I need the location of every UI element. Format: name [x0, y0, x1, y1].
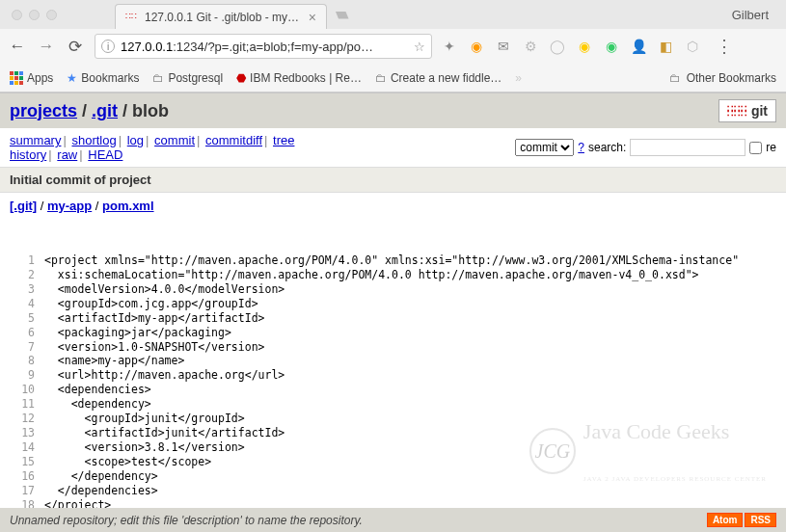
maximize-window[interactable]: [46, 10, 57, 20]
nav-head[interactable]: HEAD: [88, 147, 122, 162]
bookmark-bookmarks[interactable]: ★ Bookmarks: [67, 71, 139, 85]
path-root[interactable]: [.git]: [10, 199, 37, 213]
line-number[interactable]: 15: [19, 455, 44, 469]
search-help-link[interactable]: ?: [578, 141, 584, 154]
nav-shortlog[interactable]: shortlog: [71, 133, 116, 147]
line-content: <version>3.8.1</version>: [44, 440, 776, 455]
line-content: <groupId>com.jcg.app</groupId>: [44, 297, 776, 311]
code-line: 3 <modelVersion>4.0.0</modelVersion>: [19, 282, 776, 297]
path-dir[interactable]: my-app: [47, 199, 92, 213]
nav-commitdiff[interactable]: commitdiff: [205, 133, 262, 147]
search-re-checkbox[interactable]: [749, 142, 762, 154]
other-bookmarks[interactable]: 🗀 Other Bookmarks: [669, 71, 776, 85]
ext-icon-gear[interactable]: ⚙: [523, 39, 538, 54]
code-line: 4 <groupId>com.jcg.app</groupId>: [19, 297, 776, 311]
line-content: <modelVersion>4.0.0</modelVersion>: [44, 282, 776, 297]
rss-feed-button[interactable]: RSS: [745, 513, 776, 527]
bookmarks-bar: Apps ★ Bookmarks 🗀 Postgresql ⬣ IBM Redb…: [0, 64, 786, 93]
search-input[interactable]: [630, 139, 745, 156]
line-number[interactable]: 4: [19, 297, 44, 311]
apps-button[interactable]: Apps: [10, 71, 53, 85]
line-number[interactable]: 11: [19, 397, 44, 412]
line-number[interactable]: 17: [19, 484, 44, 498]
line-number[interactable]: 7: [19, 340, 44, 355]
path-file[interactable]: pom.xml: [102, 199, 153, 213]
url-text: 127.0.0.1:1234/?p=.git;a=blob;f=my-app/p…: [121, 40, 408, 54]
ext-icon-circle[interactable]: ◯: [550, 39, 565, 54]
line-number[interactable]: 1: [19, 253, 44, 268]
address-bar[interactable]: i 127.0.0.1:1234/?p=.git;a=blob;f=my-app…: [95, 34, 432, 59]
git-logo-dots: ∷∷∷∷∷∷: [727, 106, 747, 116]
line-content: <artifactId>my-app</artifactId>: [44, 311, 776, 326]
search-form: commit ? search: re: [515, 139, 776, 156]
line-number[interactable]: 2: [19, 268, 44, 282]
code-line: 5 <artifactId>my-app</artifactId>: [19, 311, 776, 326]
line-number[interactable]: 3: [19, 282, 44, 297]
ext-icon-dropbox[interactable]: ⬡: [685, 39, 700, 54]
reload-button[interactable]: ⟳: [66, 37, 85, 57]
browser-menu-icon[interactable]: ⋮: [710, 36, 739, 57]
line-content: </dependency>: [44, 469, 776, 484]
browser-chrome: ∷∷ 127.0.0.1 Git - .git/blob - my-ap × G…: [0, 0, 786, 93]
ext-icon-user[interactable]: 👤: [631, 39, 646, 54]
line-content: <scope>test</scope>: [44, 455, 776, 469]
mail-icon[interactable]: ✉: [496, 39, 511, 54]
nav-history[interactable]: history: [10, 147, 46, 162]
breadcrumb-projects[interactable]: projects: [10, 101, 77, 120]
bookmark-overflow-icon[interactable]: »: [515, 71, 522, 85]
back-button[interactable]: ←: [8, 37, 27, 56]
forward-button[interactable]: →: [37, 37, 56, 56]
ext-icon-green[interactable]: ◉: [604, 39, 619, 54]
line-number[interactable]: 10: [19, 383, 44, 397]
gitweb-footer: Unnamed repository; edit this file 'desc…: [0, 508, 786, 532]
code-line: 16 </dependency>: [19, 469, 776, 484]
nav-commit[interactable]: commit: [154, 133, 195, 147]
minimize-window[interactable]: [29, 10, 40, 20]
feed-buttons: Atom RSS: [707, 513, 776, 527]
code-line: 9 <url>http://maven.apache.org</url>: [19, 368, 776, 383]
code-line: 12 <groupId>junit</groupId>: [19, 412, 776, 426]
browser-tab[interactable]: ∷∷ 127.0.0.1 Git - .git/blob - my-ap ×: [115, 4, 327, 29]
bookmark-postgresql[interactable]: 🗀 Postgresql: [152, 71, 223, 85]
bookmark-ibm[interactable]: ⬣ IBM Redbooks | Re…: [236, 71, 362, 85]
line-content: <dependency>: [44, 397, 776, 412]
nav-raw[interactable]: raw: [57, 147, 77, 162]
nav-log[interactable]: log: [127, 133, 144, 147]
code-line: 11 <dependency>: [19, 397, 776, 412]
bookmark-star-icon[interactable]: ☆: [414, 40, 425, 54]
ext-icon-yellow[interactable]: ◉: [577, 39, 592, 54]
line-content: <project xmlns="http://maven.apache.org/…: [44, 253, 776, 268]
close-window[interactable]: [12, 10, 22, 20]
breadcrumb: projects / .git / blob: [10, 101, 169, 121]
ext-icon-orange[interactable]: ◉: [469, 39, 484, 54]
line-number[interactable]: 8: [19, 354, 44, 368]
line-number[interactable]: 12: [19, 412, 44, 426]
bookmark-fiddle[interactable]: 🗀 Create a new fiddle…: [375, 71, 501, 85]
evernote-icon[interactable]: ✦: [442, 39, 457, 54]
code-line: 10 <dependencies>: [19, 383, 776, 397]
line-number[interactable]: 6: [19, 326, 44, 340]
nav-summary[interactable]: summary: [10, 133, 61, 147]
code-line: 8 <name>my-app</name>: [19, 354, 776, 368]
git-logo[interactable]: ∷∷∷∷∷∷ git: [718, 99, 776, 122]
line-number[interactable]: 14: [19, 440, 44, 455]
line-number[interactable]: 9: [19, 368, 44, 383]
line-number[interactable]: 13: [19, 426, 44, 440]
nav-tree[interactable]: tree: [273, 133, 294, 147]
line-content: <artifactId>junit</artifactId>: [44, 426, 776, 440]
profile-name[interactable]: Gilbert: [732, 8, 769, 22]
line-number[interactable]: 16: [19, 469, 44, 484]
line-number[interactable]: 5: [19, 311, 44, 326]
site-info-icon[interactable]: i: [101, 40, 115, 53]
ext-icon-square[interactable]: ◧: [658, 39, 673, 54]
new-tab-button[interactable]: [333, 6, 350, 23]
breadcrumb-git[interactable]: .git: [92, 101, 118, 120]
file-path: [.git] / my-app / pom.xml: [0, 193, 786, 219]
search-type-select[interactable]: commit: [515, 139, 574, 156]
line-content: <name>my-app</name>: [44, 354, 776, 368]
atom-feed-button[interactable]: Atom: [707, 513, 744, 527]
breadcrumb-blob: blob: [132, 101, 169, 120]
close-tab-icon[interactable]: ×: [309, 10, 316, 25]
line-content: <url>http://maven.apache.org</url>: [44, 368, 776, 383]
window-controls[interactable]: [8, 10, 115, 20]
